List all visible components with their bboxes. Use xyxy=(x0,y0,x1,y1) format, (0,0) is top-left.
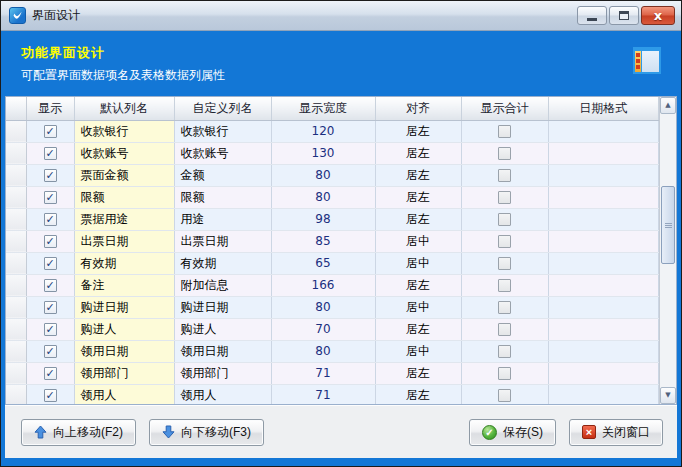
date-format-cell[interactable] xyxy=(548,340,659,362)
date-format-cell[interactable] xyxy=(548,164,659,186)
show-total-checkbox[interactable]: ✓ xyxy=(498,257,511,270)
align-cell[interactable]: 居中 xyxy=(375,230,461,252)
show-total-checkbox[interactable]: ✓ xyxy=(498,345,511,358)
show-checkbox[interactable]: ✓ xyxy=(44,191,57,204)
scroll-down-icon[interactable]: ▼ xyxy=(660,387,676,404)
show-checkbox[interactable]: ✓ xyxy=(44,235,57,248)
show-checkbox[interactable]: ✓ xyxy=(44,125,57,138)
date-format-cell[interactable] xyxy=(548,274,659,296)
date-format-cell[interactable] xyxy=(548,208,659,230)
column-header-default-name[interactable]: 默认列名 xyxy=(74,97,174,120)
align-cell[interactable]: 居左 xyxy=(375,318,461,340)
show-total-checkbox[interactable]: ✓ xyxy=(498,389,511,402)
date-format-cell[interactable] xyxy=(548,142,659,164)
show-checkbox[interactable]: ✓ xyxy=(44,323,57,336)
align-cell[interactable]: 居中 xyxy=(375,296,461,318)
date-format-cell[interactable] xyxy=(548,186,659,208)
show-checkbox[interactable]: ✓ xyxy=(44,169,57,182)
width-cell[interactable]: 80 xyxy=(271,186,375,208)
column-header-width[interactable]: 显示宽度 xyxy=(271,97,375,120)
row-indicator[interactable] xyxy=(6,318,26,340)
show-total-checkbox[interactable]: ✓ xyxy=(498,147,511,160)
close-window-button[interactable]: × 关闭窗口 xyxy=(569,419,663,446)
row-indicator[interactable] xyxy=(6,120,26,142)
show-total-checkbox[interactable]: ✓ xyxy=(498,191,511,204)
default-name-cell[interactable]: 领用部门 xyxy=(74,362,174,384)
show-checkbox[interactable]: ✓ xyxy=(44,367,57,380)
row-indicator[interactable] xyxy=(6,384,26,405)
custom-name-cell[interactable]: 附加信息 xyxy=(174,274,271,296)
align-cell[interactable]: 居左 xyxy=(375,164,461,186)
custom-name-cell[interactable]: 限额 xyxy=(174,186,271,208)
custom-name-cell[interactable]: 出票日期 xyxy=(174,230,271,252)
row-indicator[interactable] xyxy=(6,296,26,318)
close-button[interactable]: x xyxy=(641,6,675,25)
date-format-cell[interactable] xyxy=(548,362,659,384)
row-indicator[interactable] xyxy=(6,164,26,186)
width-cell[interactable]: 120 xyxy=(271,120,375,142)
default-name-cell[interactable]: 出票日期 xyxy=(74,230,174,252)
date-format-cell[interactable] xyxy=(548,296,659,318)
row-indicator[interactable] xyxy=(6,186,26,208)
column-header-custom-name[interactable]: 自定义列名 xyxy=(174,97,271,120)
scroll-up-icon[interactable]: ▲ xyxy=(660,97,676,114)
custom-name-cell[interactable]: 购进人 xyxy=(174,318,271,340)
custom-name-cell[interactable]: 购进日期 xyxy=(174,296,271,318)
show-checkbox[interactable]: ✓ xyxy=(44,345,57,358)
custom-name-cell[interactable]: 用途 xyxy=(174,208,271,230)
date-format-cell[interactable] xyxy=(548,230,659,252)
align-cell[interactable]: 居左 xyxy=(375,120,461,142)
show-total-checkbox[interactable]: ✓ xyxy=(498,367,511,380)
vertical-scrollbar[interactable]: ▲ ▼ xyxy=(659,97,676,404)
show-total-checkbox[interactable]: ✓ xyxy=(498,169,511,182)
width-cell[interactable]: 71 xyxy=(271,362,375,384)
show-checkbox[interactable]: ✓ xyxy=(44,257,57,270)
width-cell[interactable]: 65 xyxy=(271,252,375,274)
width-cell[interactable]: 80 xyxy=(271,164,375,186)
column-header-align[interactable]: 对齐 xyxy=(375,97,461,120)
align-cell[interactable]: 居左 xyxy=(375,384,461,405)
width-cell[interactable]: 98 xyxy=(271,208,375,230)
show-checkbox[interactable]: ✓ xyxy=(44,147,57,160)
default-name-cell[interactable]: 收款账号 xyxy=(74,142,174,164)
width-cell[interactable]: 80 xyxy=(271,340,375,362)
row-indicator[interactable] xyxy=(6,362,26,384)
show-total-checkbox[interactable]: ✓ xyxy=(498,235,511,248)
date-format-cell[interactable] xyxy=(548,120,659,142)
custom-name-cell[interactable]: 金额 xyxy=(174,164,271,186)
default-name-cell[interactable]: 限额 xyxy=(74,186,174,208)
default-name-cell[interactable]: 领用人 xyxy=(74,384,174,405)
save-button[interactable]: ✓ 保存(S) xyxy=(469,419,556,446)
show-total-checkbox[interactable]: ✓ xyxy=(498,213,511,226)
date-format-cell[interactable] xyxy=(548,318,659,340)
align-cell[interactable]: 居左 xyxy=(375,362,461,384)
show-total-checkbox[interactable]: ✓ xyxy=(498,323,511,336)
default-name-cell[interactable]: 票据用途 xyxy=(74,208,174,230)
maximize-button[interactable] xyxy=(609,6,639,25)
show-checkbox[interactable]: ✓ xyxy=(44,301,57,314)
move-up-button[interactable]: 向上移动(F2) xyxy=(21,419,136,446)
custom-name-cell[interactable]: 领用人 xyxy=(174,384,271,405)
show-checkbox[interactable]: ✓ xyxy=(44,389,57,402)
custom-name-cell[interactable]: 收款银行 xyxy=(174,120,271,142)
date-format-cell[interactable] xyxy=(548,252,659,274)
width-cell[interactable]: 71 xyxy=(271,384,375,405)
width-cell[interactable]: 130 xyxy=(271,142,375,164)
default-name-cell[interactable]: 领用日期 xyxy=(74,340,174,362)
default-name-cell[interactable]: 购进人 xyxy=(74,318,174,340)
align-cell[interactable]: 居左 xyxy=(375,142,461,164)
column-header-show-total[interactable]: 显示合计 xyxy=(461,97,548,120)
column-header-date-format[interactable]: 日期格式 xyxy=(548,97,659,120)
row-indicator[interactable] xyxy=(6,142,26,164)
custom-name-cell[interactable]: 有效期 xyxy=(174,252,271,274)
width-cell[interactable]: 85 xyxy=(271,230,375,252)
row-indicator[interactable] xyxy=(6,274,26,296)
show-total-checkbox[interactable]: ✓ xyxy=(498,125,511,138)
default-name-cell[interactable]: 收款银行 xyxy=(74,120,174,142)
show-checkbox[interactable]: ✓ xyxy=(44,279,57,292)
show-checkbox[interactable]: ✓ xyxy=(44,213,57,226)
show-total-checkbox[interactable]: ✓ xyxy=(498,301,511,314)
default-name-cell[interactable]: 有效期 xyxy=(74,252,174,274)
column-header-show[interactable]: 显示 xyxy=(26,97,74,120)
custom-name-cell[interactable]: 领用日期 xyxy=(174,340,271,362)
